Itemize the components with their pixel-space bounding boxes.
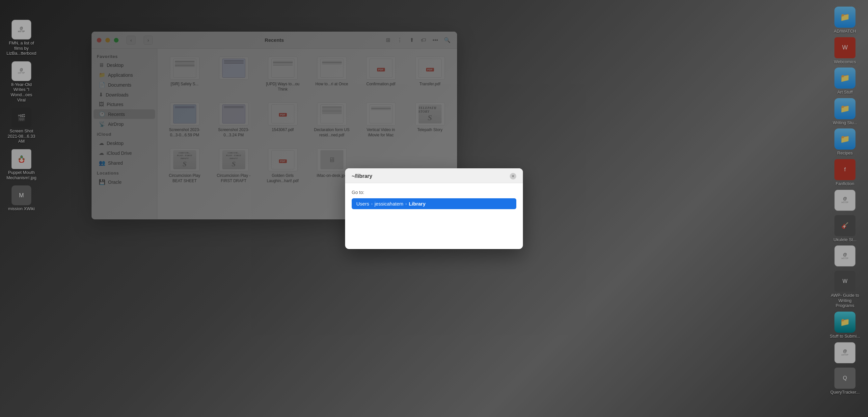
goto-dialog: ~/library ✕ Go to: Users › jessicahatem …: [345, 168, 523, 249]
goto-titlebar: ~/library ✕: [345, 168, 523, 183]
modal-overlay: ~/library ✕ Go to: Users › jessicahatem …: [0, 0, 868, 417]
goto-path-segment-users: Users: [356, 201, 369, 207]
goto-chevron-2: ›: [405, 201, 407, 206]
goto-path-segment-library: Library: [409, 201, 426, 207]
goto-path-row[interactable]: Users › jessicahatem › Library: [352, 198, 516, 209]
goto-close-button[interactable]: ✕: [510, 173, 516, 180]
goto-label: Go to:: [352, 190, 516, 195]
goto-chevron-1: ›: [371, 201, 372, 206]
goto-dialog-body: Go to: Users › jessicahatem › Library: [345, 183, 523, 249]
goto-path-segment-user: jessicahatem: [375, 201, 404, 207]
goto-dialog-title: ~/library: [352, 173, 372, 179]
